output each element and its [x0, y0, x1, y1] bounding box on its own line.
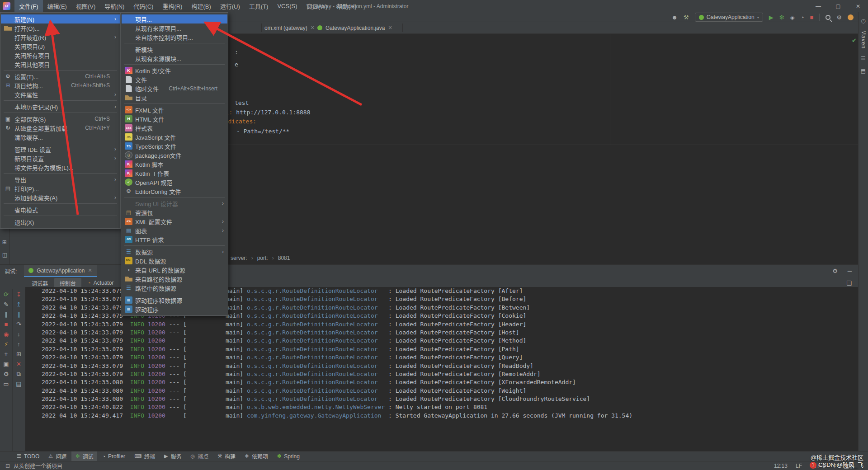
editor-split-divider[interactable]: [190, 145, 858, 145]
mute-breakpoints-icon[interactable]: ⚡: [4, 341, 8, 347]
new-submenu-item[interactable]: [124, 245, 225, 246]
new-submenu-item[interactable]: Kotlin 脚本: [122, 160, 227, 169]
new-submenu-item[interactable]: 样式表: [122, 123, 227, 132]
menubar-item[interactable]: 工具(T): [245, 0, 273, 12]
file-menu-item[interactable]: [4, 203, 117, 204]
ide-settings-icon[interactable]: ⚙: [836, 14, 842, 20]
file-menu-item[interactable]: [4, 70, 117, 70]
tab-pom-xml[interactable]: om.xml (gateway) ✕: [264, 22, 315, 34]
tool-profiler[interactable]: ◔ Profiler: [98, 451, 129, 461]
new-submenu-item[interactable]: HTTP 请求: [122, 235, 227, 244]
run-button[interactable]: ▶: [769, 14, 774, 20]
file-menu-item[interactable]: [4, 143, 117, 143]
menubar-item[interactable]: 重构(R): [158, 0, 187, 12]
database-tool-icon[interactable]: ☰: [861, 55, 866, 61]
menubar-item[interactable]: 视图(V): [71, 0, 100, 12]
tool-debug[interactable]: ❇ 调试: [71, 451, 97, 461]
tool-services[interactable]: ▶ 服务: [160, 451, 185, 461]
stop-icon[interactable]: ■: [5, 321, 8, 327]
tool-build[interactable]: ⚒ 构建: [213, 451, 240, 461]
file-menu-item[interactable]: [4, 173, 117, 174]
file-menu-item[interactable]: 管理 IDE 设置 ›: [1, 145, 120, 154]
breakpoint-icon[interactable]: ◉: [4, 331, 9, 337]
scroll-up-icon[interactable]: ↑: [17, 341, 20, 347]
maximize-button[interactable]: ▢: [828, 0, 848, 12]
file-menu-item[interactable]: 打开(O)...: [1, 24, 120, 33]
hide-panel-icon[interactable]: ─: [848, 268, 852, 274]
new-submenu-item[interactable]: EditorConfig 文件: [122, 187, 227, 196]
tool-todo[interactable]: ☰ TODO: [13, 451, 43, 461]
new-submenu-item[interactable]: 图表 ›: [122, 226, 227, 235]
new-submenu-item[interactable]: 从现有来源模块...: [122, 54, 227, 63]
file-menu-item[interactable]: 省电模式: [1, 205, 120, 214]
tool-endpoints[interactable]: ◎ 端点: [187, 451, 213, 461]
new-submenu-item[interactable]: Swing UI 设计器 ›: [122, 199, 227, 208]
new-submenu-item[interactable]: Kotlin 类/文件: [122, 66, 227, 75]
file-menu-item[interactable]: 设置(T)... Ctrl+Alt+S: [1, 72, 120, 81]
new-submenu-item[interactable]: JavaScript 文件: [122, 132, 227, 141]
edit-config-icon[interactable]: ✎: [4, 301, 9, 307]
new-submenu-item[interactable]: HTML 文件: [122, 114, 227, 123]
new-submenu-item[interactable]: [124, 197, 225, 197]
settings-icon[interactable]: ⚙: [4, 371, 9, 377]
file-menu-item[interactable]: 新建(N) ›: [1, 14, 120, 24]
debug-settings-icon[interactable]: ⚙: [832, 268, 838, 274]
status-widget[interactable]: 12:13: [774, 463, 788, 469]
menubar-item[interactable]: 文件(F): [14, 0, 43, 12]
file-menu-item[interactable]: 清除缓存...: [1, 132, 120, 141]
new-submenu-item[interactable]: TypeScript 文件: [122, 141, 227, 150]
notifications-icon[interactable]: ◷: [861, 18, 865, 24]
file-menu-item[interactable]: [4, 113, 117, 113]
new-submenu-item[interactable]: 目录: [122, 93, 227, 102]
debug-session-tab[interactable]: GatewayApplication ✕: [24, 265, 96, 277]
screenshot-icon[interactable]: ▣: [3, 361, 9, 367]
file-menu-item[interactable]: 关闭其他项目: [1, 60, 120, 69]
new-submenu-item[interactable]: [124, 43, 225, 43]
debug-view-tab[interactable]: 控制台: [54, 278, 81, 288]
maven-tool-button[interactable]: Maven: [860, 30, 867, 49]
new-submenu-item[interactable]: Kotlin 工作表: [122, 169, 227, 178]
file-menu-item[interactable]: 打开最近(R) ›: [1, 33, 120, 42]
file-menu-item[interactable]: [4, 216, 117, 216]
file-menu-item[interactable]: 全部保存(S) Ctrl+S: [1, 114, 120, 123]
close-icon[interactable]: ✕: [88, 268, 92, 273]
file-menu-item[interactable]: 从磁盘全部重新加载 Ctrl+Alt+Y: [1, 123, 120, 132]
new-submenu-item[interactable]: OpenAPI 规范: [122, 178, 227, 187]
menubar-item[interactable]: 构建(B): [187, 0, 215, 12]
tab-gateway-application[interactable]: GatewayApplication.java ✕: [317, 22, 392, 34]
new-submenu-item[interactable]: 来自路径的数据源: [122, 274, 227, 283]
file-menu-item[interactable]: [4, 100, 117, 101]
new-submenu-item[interactable]: 数据源 ›: [122, 247, 227, 256]
run-config-select[interactable]: GatewayApplication ▾: [695, 13, 763, 22]
new-submenu-item[interactable]: 来自 URL 的数据源: [122, 265, 227, 274]
new-submenu-item[interactable]: [124, 64, 225, 65]
duplicate-icon[interactable]: ⧉: [17, 371, 21, 377]
menubar-item[interactable]: 代码(C): [129, 0, 158, 12]
gradle-tool-icon[interactable]: ⬒: [861, 68, 866, 74]
new-submenu-item[interactable]: 来自版本控制的项目...: [122, 33, 227, 42]
debug-button[interactable]: ❇: [779, 14, 784, 20]
new-submenu-item[interactable]: 文件: [122, 75, 227, 84]
scroll-down-icon[interactable]: ↓: [17, 331, 20, 337]
file-menu-item[interactable]: 关闭所有项目: [1, 51, 120, 60]
pause-icon[interactable]: ∥: [5, 311, 8, 317]
file-menu-item[interactable]: 新项目设置 ›: [1, 154, 120, 163]
structure-tool-icon[interactable]: ⊞: [2, 239, 7, 245]
status-widget[interactable]: LF: [796, 463, 802, 469]
file-menu-item[interactable]: 文件属性 ›: [1, 90, 120, 99]
file-menu-item[interactable]: 导出 ›: [1, 175, 120, 184]
close-icon[interactable]: ✕: [388, 25, 392, 31]
tool-terminal[interactable]: ⌨ 终端: [130, 451, 159, 461]
inspections-ok-icon[interactable]: ✔: [852, 37, 857, 44]
new-submenu-item[interactable]: DDL 数据源: [122, 256, 227, 265]
new-submenu-item[interactable]: 项目...: [122, 14, 227, 24]
favorites-tool-icon[interactable]: ◫: [2, 252, 7, 258]
new-submenu-item[interactable]: [124, 103, 225, 104]
new-submenu-item[interactable]: XML 配置文件 ›: [122, 217, 227, 226]
new-submenu-item[interactable]: FXML 文件: [122, 105, 227, 114]
breadcrumb-item[interactable]: 8081: [278, 255, 290, 261]
clear-icon[interactable]: ✕: [16, 361, 21, 367]
file-menu-item[interactable]: 本地历史记录(H) ›: [1, 102, 120, 111]
update-notification-icon[interactable]: [848, 14, 854, 20]
new-submenu-item[interactable]: 从现有来源项目...: [122, 24, 227, 33]
